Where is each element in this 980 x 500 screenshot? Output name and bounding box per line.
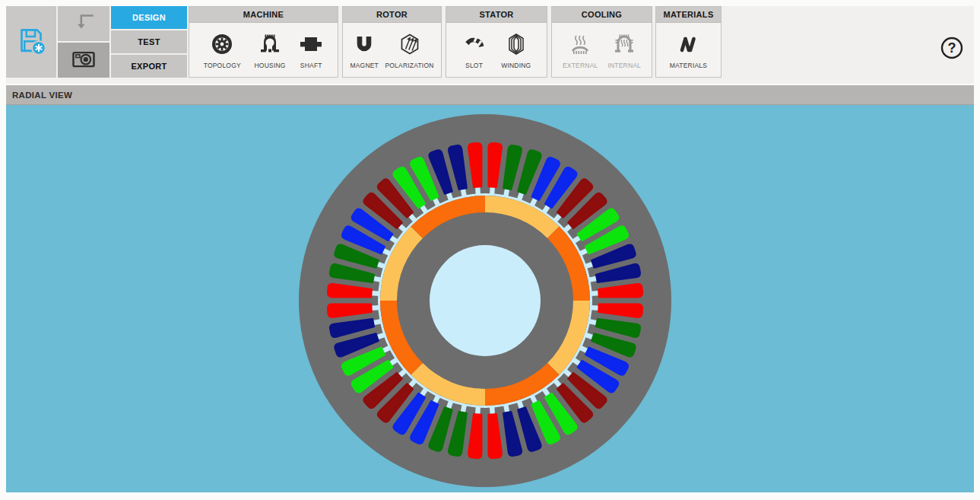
materials-button[interactable]: MATERIALS [668, 30, 709, 71]
housing-icon [258, 32, 282, 59]
ribbon-group-rotor: ROTOR MAGNET [342, 6, 442, 78]
group-header-stator: STATOR [446, 7, 547, 23]
polarization-icon [398, 32, 422, 59]
slot-icon [462, 32, 487, 59]
app-window: DESIGN TEST EXPORT MACHINE [0, 0, 980, 500]
help-button[interactable]: ? [939, 35, 965, 61]
motor-cross-section [6, 105, 974, 492]
group-header-rotor: ROTOR [343, 7, 441, 23]
polarization-label: POLARIZATION [385, 62, 433, 69]
ribbon: DESIGN TEST EXPORT MACHINE [6, 6, 974, 84]
radial-view-title: RADIAL VIEW [12, 91, 72, 100]
import-button[interactable] [58, 6, 109, 41]
group-header-cooling: COOLING [552, 7, 652, 23]
winding-icon [504, 32, 528, 59]
group-header-materials: MATERIALS [656, 7, 721, 23]
shaft-button[interactable]: SHAFT [297, 30, 325, 71]
magnet-button[interactable]: MAGNET [347, 30, 381, 71]
save-icon [16, 25, 46, 59]
winding-label: WINDING [501, 62, 531, 69]
tab-design[interactable]: DESIGN [111, 6, 187, 29]
arrow-down-icon [71, 9, 97, 38]
external-cooling-icon [568, 32, 592, 59]
shaft-label: SHAFT [300, 62, 322, 69]
housing-button[interactable]: HOUSING [252, 30, 288, 71]
tab-test[interactable]: TEST [111, 30, 187, 53]
external-cooling-label: EXTERNAL [563, 62, 598, 69]
slot-label: SLOT [465, 62, 483, 69]
camera-icon [70, 45, 97, 75]
external-cooling-button: EXTERNAL [560, 30, 600, 71]
shaft-icon [299, 32, 323, 59]
ribbon-group-cooling: COOLING [551, 6, 652, 78]
topology-button[interactable]: TOPOLOGY [201, 30, 243, 71]
tab-export[interactable]: EXPORT [111, 55, 187, 78]
materials-label: MATERIALS [670, 62, 707, 69]
screenshot-button[interactable] [58, 43, 109, 78]
ribbon-group-stator: STATOR SLOT [446, 6, 547, 78]
radial-view-titlebar: RADIAL VIEW [6, 85, 974, 105]
housing-label: HOUSING [255, 62, 286, 69]
save-button[interactable] [6, 6, 56, 78]
ribbon-group-machine: MACHINE [189, 6, 338, 78]
radial-view-canvas [6, 105, 974, 492]
help-icon: ? [939, 35, 965, 61]
slot-button[interactable]: SLOT [460, 30, 489, 71]
polarization-button[interactable]: POLARIZATION [382, 30, 436, 71]
svg-text:?: ? [948, 40, 956, 56]
magnet-label: MAGNET [350, 62, 379, 69]
topology-label: TOPOLOGY [204, 62, 241, 69]
topology-icon [210, 32, 234, 59]
internal-cooling-button: INTERNAL [605, 30, 643, 71]
materials-icon [676, 32, 700, 59]
ribbon-group-materials: MATERIALS MATERIALS [655, 6, 722, 78]
winding-button[interactable]: WINDING [499, 30, 533, 71]
internal-cooling-label: INTERNAL [607, 62, 641, 69]
internal-cooling-icon [612, 32, 636, 59]
magnet-icon [352, 32, 376, 59]
group-header-machine: MACHINE [189, 7, 338, 23]
shaft-bore [430, 245, 541, 356]
